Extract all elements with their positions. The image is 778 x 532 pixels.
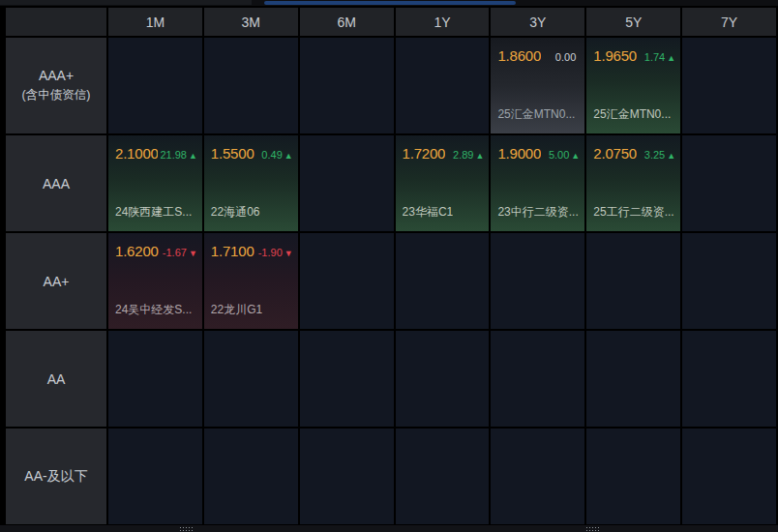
top-scrollbar-thumb[interactable] bbox=[264, 1, 516, 5]
column-header-6m[interactable]: 6M bbox=[300, 8, 394, 36]
empty-cell bbox=[396, 38, 490, 133]
quote-top-row: 1.96501.74▲ bbox=[586, 38, 680, 64]
rating-tenor-grid: 1M3M6M1Y3Y5Y7YAAA+(含中债资信)1.86000.0025汇金M… bbox=[0, 6, 778, 525]
change-number: 2.89 bbox=[453, 149, 473, 161]
empty-cell bbox=[300, 331, 394, 427]
rating-label-text: AA bbox=[47, 371, 66, 387]
empty-cell bbox=[682, 135, 776, 231]
scroll-handle-icon[interactable] bbox=[179, 526, 193, 531]
change-value: 2.89▲ bbox=[453, 149, 484, 161]
quote-top-row: 1.6200-1.67▼ bbox=[108, 233, 202, 259]
empty-cell bbox=[586, 233, 680, 329]
change-number: -1.90 bbox=[258, 247, 283, 258]
empty-cell bbox=[108, 429, 202, 524]
empty-cell bbox=[491, 331, 584, 427]
down-triangle-icon: ▼ bbox=[284, 249, 293, 258]
quote-top-row: 1.7100-1.90▼ bbox=[204, 233, 298, 259]
quote-top-row: 1.55000.49▲ bbox=[204, 135, 298, 162]
top-scrollbar bbox=[0, 0, 778, 6]
yield-value: 1.5500 bbox=[211, 145, 254, 162]
rating-label-aa-minus-and-below: AA-及以下 bbox=[6, 429, 106, 524]
change-number: 0.49 bbox=[261, 149, 282, 161]
bond-name: 25工行二级资... bbox=[593, 204, 673, 221]
rating-label-text: AA-及以下 bbox=[24, 468, 87, 486]
quote-cell[interactable]: 1.90005.00▲23中行二级资... bbox=[491, 135, 584, 231]
empty-cell bbox=[682, 331, 776, 427]
empty-cell bbox=[396, 233, 490, 329]
yield-value: 1.7100 bbox=[211, 243, 254, 259]
down-triangle-icon: ▼ bbox=[189, 249, 197, 258]
column-header-5y[interactable]: 5Y bbox=[586, 8, 680, 36]
rating-label-aaa: AAA bbox=[6, 135, 106, 231]
empty-cell bbox=[491, 233, 584, 329]
empty-cell bbox=[204, 331, 298, 427]
scroll-handle-icon[interactable] bbox=[585, 526, 599, 531]
column-header-1m[interactable]: 1M bbox=[108, 8, 202, 36]
bond-name: 22龙川G1 bbox=[211, 302, 262, 318]
change-value: -1.67▼ bbox=[163, 247, 197, 258]
quote-cell[interactable]: 1.55000.49▲22海通06 bbox=[204, 135, 298, 231]
quote-cell[interactable]: 1.7100-1.90▼22龙川G1 bbox=[204, 233, 298, 329]
empty-cell bbox=[108, 38, 202, 133]
empty-cell bbox=[300, 429, 394, 524]
corner-cell bbox=[6, 8, 106, 36]
bond-name: 25汇金MTN0... bbox=[593, 106, 671, 123]
quote-top-row: 2.07503.25▲ bbox=[586, 135, 680, 162]
column-header-3y[interactable]: 3Y bbox=[491, 8, 584, 36]
change-number: 1.74 bbox=[644, 51, 665, 63]
empty-cell bbox=[682, 429, 776, 524]
empty-cell bbox=[491, 429, 584, 524]
empty-cell bbox=[300, 135, 394, 231]
change-value: 0.49▲ bbox=[261, 149, 292, 161]
change-value: -1.90▼ bbox=[258, 247, 293, 258]
change-value: 5.00▲ bbox=[549, 149, 580, 161]
yield-value: 1.9000 bbox=[497, 145, 541, 162]
change-number: 3.25 bbox=[644, 149, 665, 161]
change-number: 0.00 bbox=[555, 51, 576, 63]
bond-name: 24吴中经发S... bbox=[115, 302, 192, 318]
empty-cell bbox=[300, 233, 394, 329]
rating-label-text: AAA bbox=[43, 176, 70, 192]
column-header-1y[interactable]: 1Y bbox=[396, 8, 490, 36]
empty-cell bbox=[204, 38, 298, 133]
empty-cell bbox=[396, 331, 490, 427]
top-scrollbar-track bbox=[0, 0, 252, 5]
quote-cell[interactable]: 1.96501.74▲25汇金MTN0... bbox=[586, 38, 680, 133]
quote-cell[interactable]: 2.07503.25▲25工行二级资... bbox=[586, 135, 680, 231]
up-triangle-icon: ▲ bbox=[571, 151, 580, 161]
quote-top-row: 1.90005.00▲ bbox=[491, 135, 584, 162]
column-header-7y[interactable]: 7Y bbox=[682, 8, 776, 36]
empty-cell bbox=[108, 331, 202, 427]
yield-value: 2.0750 bbox=[593, 145, 637, 162]
bond-name: 24陕西建工S... bbox=[115, 204, 192, 221]
bottom-bar bbox=[0, 525, 778, 532]
rating-label-text: AA+ bbox=[44, 274, 70, 289]
bond-name: 22海通06 bbox=[211, 204, 260, 221]
empty-cell bbox=[586, 331, 680, 427]
up-triangle-icon: ▲ bbox=[667, 53, 675, 63]
yield-value: 1.6200 bbox=[115, 243, 159, 259]
change-value: 21.98▲ bbox=[160, 149, 196, 161]
up-triangle-icon: ▲ bbox=[284, 151, 293, 161]
empty-cell bbox=[682, 38, 776, 133]
quote-cell[interactable]: 2.100021.98▲24陕西建工S... bbox=[108, 135, 202, 231]
rating-label-aa: AA bbox=[6, 331, 106, 427]
up-triangle-icon: ▲ bbox=[189, 151, 197, 161]
quote-top-row: 1.86000.00 bbox=[491, 38, 584, 64]
rating-label-aaa-plus: AAA+(含中债资信) bbox=[6, 38, 106, 133]
bond-yield-matrix-panel: 1M3M6M1Y3Y5Y7YAAA+(含中债资信)1.86000.0025汇金M… bbox=[0, 0, 778, 532]
bond-name: 25汇金MTN0... bbox=[497, 106, 575, 123]
change-number: 21.98 bbox=[160, 149, 187, 161]
up-triangle-icon: ▲ bbox=[476, 151, 485, 161]
quote-cell[interactable]: 1.86000.0025汇金MTN0... bbox=[491, 38, 584, 133]
column-header-3m[interactable]: 3M bbox=[204, 8, 298, 36]
quote-cell[interactable]: 1.72002.89▲23华福C1 bbox=[396, 135, 490, 231]
yield-value: 1.8600 bbox=[497, 47, 541, 64]
bond-name: 23华福C1 bbox=[403, 204, 454, 221]
quote-cell[interactable]: 1.6200-1.67▼24吴中经发S... bbox=[108, 233, 202, 329]
empty-cell bbox=[586, 429, 680, 524]
empty-cell bbox=[396, 429, 490, 524]
empty-cell bbox=[204, 429, 298, 524]
change-value: 0.00 bbox=[555, 51, 580, 63]
up-triangle-icon: ▲ bbox=[667, 151, 675, 161]
